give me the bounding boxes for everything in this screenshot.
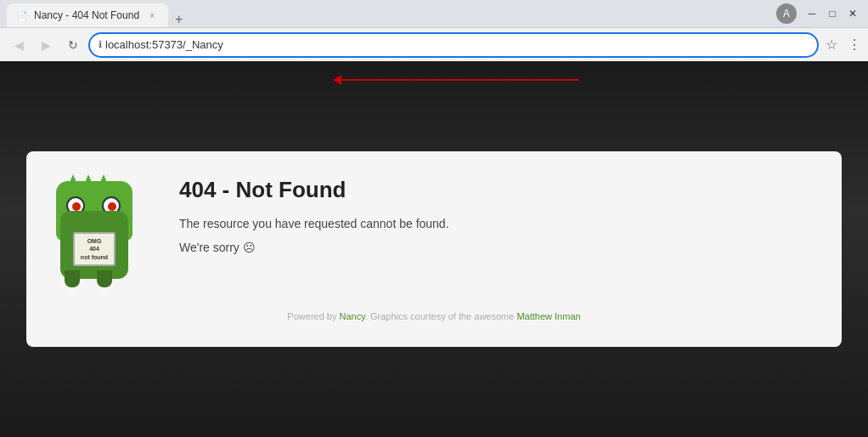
- footer-matthew-link[interactable]: Matthew Inman: [516, 311, 580, 321]
- monster-legs: [65, 270, 112, 287]
- minimize-button[interactable]: ─: [803, 5, 820, 22]
- error-card-inner: OMG 404 not found 404 - Not Found The re…: [52, 177, 816, 287]
- back-button[interactable]: ◀: [7, 33, 31, 57]
- chrome-menu-icon[interactable]: ⋮: [848, 37, 861, 53]
- new-tab-button[interactable]: +: [172, 12, 186, 27]
- profile-icon[interactable]: A: [776, 3, 797, 24]
- title-bar: 📄 Nancy - 404 Not Found × + A ─ □ ✕: [0, 0, 868, 27]
- page-footer: Powered by Nancy. Graphics courtesy of t…: [52, 301, 816, 321]
- browser-tab[interactable]: 📄 Nancy - 404 Not Found ×: [7, 3, 168, 27]
- monster-leg-right: [97, 270, 112, 287]
- info-icon: ℹ: [99, 39, 102, 50]
- profile-letter: A: [783, 8, 790, 20]
- error-sorry: We're sorry ☹: [179, 241, 816, 254]
- monster-right-pupil: [108, 202, 116, 211]
- reload-button[interactable]: ↻: [61, 33, 85, 57]
- forward-button[interactable]: ▶: [34, 33, 58, 57]
- error-title: 404 - Not Found: [179, 177, 816, 203]
- page-content: OMG 404 not found 404 - Not Found The re…: [0, 61, 868, 437]
- tab-area: 📄 Nancy - 404 Not Found × +: [7, 0, 186, 27]
- footer-nancy-link[interactable]: Nancy: [340, 311, 365, 321]
- maximize-button[interactable]: □: [824, 5, 841, 22]
- red-arrow-annotation: [333, 75, 579, 85]
- footer-powered-text: Powered by: [287, 311, 339, 321]
- address-bar-container: ℹ: [88, 32, 819, 58]
- error-text-area: 404 - Not Found The resource you have re…: [179, 177, 816, 254]
- arrow-line: [341, 79, 579, 81]
- arrow-head-icon: [333, 75, 341, 85]
- monster-left-pupil: [72, 202, 81, 211]
- monster-container: OMG 404 not found: [52, 177, 154, 287]
- tab-close-button[interactable]: ×: [146, 9, 158, 21]
- tab-page-icon: 📄: [17, 11, 27, 20]
- monster-sign: OMG 404 not found: [73, 232, 116, 266]
- bookmark-icon[interactable]: ☆: [826, 37, 837, 53]
- monster-sign-line2: 404: [89, 245, 99, 253]
- footer-middle-text: . Graphics courtesy of the awesome: [365, 311, 517, 321]
- navigation-bar: ◀ ▶ ↻ ℹ ☆ ⋮: [0, 27, 868, 61]
- address-input[interactable]: [105, 38, 809, 51]
- error-description: The resource you have requested cannot b…: [179, 217, 816, 230]
- monster-sign-line3: not found: [81, 253, 108, 261]
- monster-leg-left: [65, 270, 80, 287]
- monster-sign-line1: OMG: [87, 237, 102, 245]
- monster-illustration: OMG 404 not found: [52, 177, 137, 287]
- error-card: OMG 404 not found 404 - Not Found The re…: [26, 151, 842, 347]
- monster-body: OMG 404 not found: [60, 211, 128, 279]
- window-controls: ─ □ ✕: [803, 5, 861, 22]
- close-button[interactable]: ✕: [844, 5, 861, 22]
- tab-title: Nancy - 404 Not Found: [34, 9, 139, 21]
